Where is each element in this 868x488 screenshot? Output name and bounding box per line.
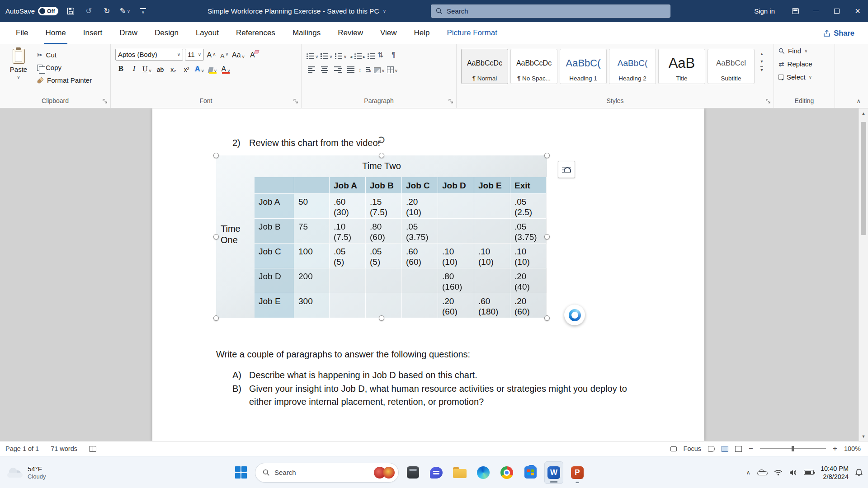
style-subtitle[interactable]: AaBbCcl Subtitle bbox=[708, 49, 755, 84]
taskbar-app-word[interactable]: W bbox=[544, 461, 563, 484]
zoom-level[interactable]: 100% bbox=[844, 445, 861, 452]
styles-dialog-launcher[interactable] bbox=[766, 99, 771, 104]
underline-button[interactable]: U∨ bbox=[142, 62, 153, 75]
scrollbar-thumb[interactable] bbox=[861, 122, 866, 235]
font-name-combo[interactable]: Aptos (Body)∨ bbox=[115, 49, 183, 61]
taskbar-clock[interactable]: 10:40 PM 2/8/2024 bbox=[821, 465, 849, 481]
strikethrough-button[interactable]: ab bbox=[155, 62, 166, 75]
taskbar-app-powerpoint[interactable]: P bbox=[568, 461, 587, 484]
taskbar-app-store[interactable] bbox=[521, 461, 540, 484]
bullet-list-button[interactable]: ∨ bbox=[306, 48, 318, 61]
font-dialog-launcher[interactable] bbox=[293, 99, 298, 104]
titlebar-search-box[interactable]: Search bbox=[431, 5, 670, 18]
weather-widget[interactable]: 54°F Cloudy bbox=[7, 456, 46, 488]
focus-mode-button[interactable]: Focus bbox=[684, 445, 702, 452]
copilot-button[interactable] bbox=[564, 305, 585, 325]
paste-button[interactable]: Paste ∨ bbox=[5, 47, 33, 97]
tab-design[interactable]: Design bbox=[146, 22, 187, 44]
tab-file[interactable]: File bbox=[7, 22, 37, 44]
save-button[interactable] bbox=[65, 5, 76, 18]
resize-handle-top-middle[interactable] bbox=[379, 153, 384, 158]
selected-chart-image[interactable]: Time Two Time One Job AJob BJob CJob DJo… bbox=[216, 155, 547, 318]
onedrive-icon[interactable] bbox=[757, 469, 767, 475]
align-right-button[interactable] bbox=[332, 62, 344, 75]
numbered-list-button[interactable]: ∨ bbox=[320, 48, 332, 61]
word-count[interactable]: 71 words bbox=[51, 445, 77, 452]
volume-icon[interactable] bbox=[789, 469, 797, 476]
taskbar-app-edge[interactable] bbox=[474, 461, 493, 484]
resize-handle-top-right[interactable] bbox=[544, 153, 550, 158]
taskbar-app-dark-window[interactable] bbox=[403, 461, 422, 484]
line-spacing-button[interactable]: ↕∨ bbox=[359, 62, 372, 75]
find-button[interactable]: Find ∨ bbox=[778, 45, 830, 56]
proofing-icon[interactable] bbox=[89, 446, 96, 452]
font-size-combo[interactable]: 11∨ bbox=[185, 49, 204, 61]
tab-layout[interactable]: Layout bbox=[187, 22, 227, 44]
tab-help[interactable]: Help bbox=[406, 22, 439, 44]
font-color-button[interactable]: A∨ bbox=[220, 62, 231, 75]
italic-button[interactable]: I bbox=[128, 62, 140, 75]
decrease-indent-button[interactable]: ◄ bbox=[349, 48, 360, 61]
tab-home[interactable]: Home bbox=[37, 22, 74, 44]
superscript-button[interactable]: x² bbox=[181, 62, 192, 75]
grow-font-button[interactable]: A∧ bbox=[206, 48, 217, 61]
read-mode-button[interactable] bbox=[708, 446, 715, 452]
ribbon-display-options-button[interactable] bbox=[785, 0, 806, 22]
notifications-bell-icon[interactable] bbox=[855, 469, 863, 476]
page[interactable]: 2) Review this chart from the video: Tim… bbox=[152, 108, 704, 441]
tab-picture-format[interactable]: Picture Format bbox=[439, 22, 506, 44]
print-layout-button[interactable] bbox=[722, 446, 728, 452]
customize-quick-access-button[interactable]: ∨ bbox=[137, 5, 149, 18]
styles-sc roll-down-button[interactable]: ▾ bbox=[760, 59, 763, 64]
share-button[interactable]: Share bbox=[823, 22, 854, 44]
increase-indent-button[interactable]: ► bbox=[362, 48, 373, 61]
tab-review[interactable]: Review bbox=[329, 22, 372, 44]
resize-handle-bottom-right[interactable] bbox=[544, 315, 550, 321]
page-indicator[interactable]: Page 1 of 1 bbox=[5, 445, 39, 452]
borders-button[interactable]: ∨ bbox=[387, 62, 398, 75]
style-heading-2[interactable]: AaBbC( Heading 2 bbox=[609, 49, 656, 84]
taskbar-app-chrome[interactable] bbox=[497, 461, 516, 484]
justify-button[interactable] bbox=[345, 62, 357, 75]
tab-insert[interactable]: Insert bbox=[75, 22, 111, 44]
show-paragraph-marks-button[interactable]: ¶ bbox=[388, 48, 399, 61]
clear-formatting-button[interactable]: A bbox=[247, 48, 258, 61]
vertical-scrollbar[interactable]: ▲ ▼ bbox=[859, 108, 868, 441]
bold-button[interactable]: B bbox=[115, 62, 127, 75]
clipboard-dialog-launcher[interactable] bbox=[103, 99, 108, 104]
show-hidden-icons-button[interactable]: ∧ bbox=[746, 469, 750, 476]
start-button[interactable] bbox=[231, 461, 250, 484]
tab-view[interactable]: View bbox=[372, 22, 406, 44]
battery-icon[interactable] bbox=[804, 470, 814, 475]
resize-handle-middle-left[interactable] bbox=[213, 234, 219, 239]
shading-button[interactable]: ∨ bbox=[373, 62, 385, 75]
align-left-button[interactable] bbox=[306, 62, 317, 75]
style-title[interactable]: AaB Title bbox=[658, 49, 705, 84]
zoom-slider-thumb[interactable] bbox=[792, 446, 794, 451]
styles-scroll-up-button[interactable]: ▴ bbox=[760, 51, 763, 56]
zoom-in-button[interactable]: + bbox=[833, 444, 837, 453]
scroll-down-arrow[interactable]: ▼ bbox=[859, 432, 868, 441]
text-effects-button[interactable]: A∨ bbox=[194, 62, 205, 75]
paragraph-dialog-launcher[interactable] bbox=[448, 99, 453, 104]
multilevel-list-button[interactable]: ∨ bbox=[335, 48, 347, 61]
autosave-toggle[interactable]: AutoSave Off bbox=[5, 7, 58, 15]
undo-button[interactable]: ↺ bbox=[83, 5, 94, 18]
layout-options-button[interactable] bbox=[558, 161, 575, 178]
minimize-button[interactable] bbox=[806, 0, 826, 22]
styles-more-button[interactable]: ▾ bbox=[760, 66, 763, 72]
maximize-button[interactable] bbox=[826, 0, 847, 22]
style-normal[interactable]: AaBbCcDc ¶ Normal bbox=[461, 49, 508, 84]
collapse-ribbon-button[interactable]: ∧ bbox=[856, 98, 861, 104]
ink-tool-button[interactable]: ✎∨ bbox=[119, 5, 131, 18]
resize-handle-bottom-middle[interactable] bbox=[379, 315, 384, 321]
document-title[interactable]: Simple Workforce Planning Exercise - Sav… bbox=[208, 0, 386, 22]
subscript-button[interactable]: x₂ bbox=[168, 62, 179, 75]
style-no-spacing[interactable]: AaBbCcDc ¶ No Spac... bbox=[510, 49, 557, 84]
sign-in-button[interactable]: Sign in bbox=[744, 0, 785, 22]
style-heading-1[interactable]: AaBbC( Heading 1 bbox=[560, 49, 607, 84]
tab-mailings[interactable]: Mailings bbox=[284, 22, 329, 44]
format-painter-button[interactable]: Format Painter bbox=[37, 75, 92, 86]
web-layout-button[interactable] bbox=[735, 446, 742, 452]
copy-button[interactable]: Copy bbox=[37, 62, 92, 73]
